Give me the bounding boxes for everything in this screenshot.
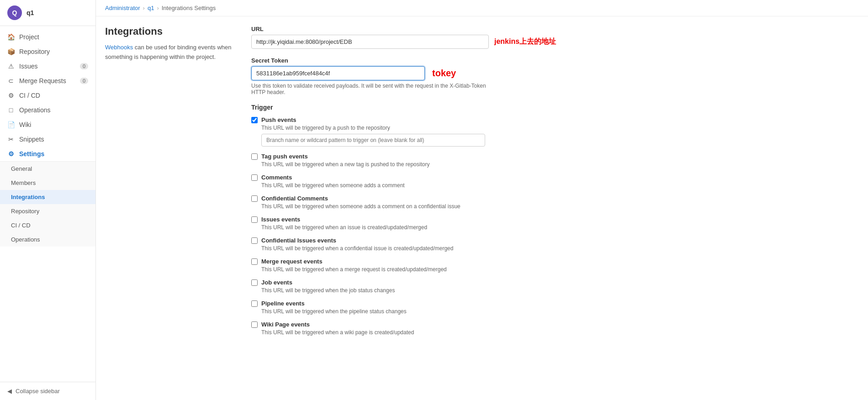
url-row: jenkins上去的地址 bbox=[251, 35, 859, 49]
breadcrumb-current: Integrations Settings bbox=[162, 5, 216, 11]
sidebar-subnav-item-ci-cd[interactable]: CI / CD bbox=[0, 218, 95, 232]
project-icon: 🏠 bbox=[7, 33, 15, 41]
subnav-label-operations: Operations bbox=[11, 236, 40, 243]
trigger-title-pipeline_events: Pipeline events bbox=[261, 300, 305, 307]
trigger-checkbox-confidential_issues_events[interactable] bbox=[251, 237, 258, 244]
trigger-row-push_events: Push events bbox=[251, 116, 859, 123]
secret-token-input[interactable] bbox=[251, 66, 425, 80]
trigger-title-push_events: Push events bbox=[261, 116, 296, 123]
sidebar-subnav-item-repository[interactable]: Repository bbox=[0, 204, 95, 218]
sidebar-item-label: Snippets bbox=[19, 136, 44, 143]
sidebar-item-operations[interactable]: □ Operations bbox=[0, 103, 95, 117]
project-name: q1 bbox=[26, 9, 34, 16]
trigger-item-confidential_issues_events: Confidential Issues events This URL will… bbox=[251, 237, 859, 252]
trigger-desc-merge_request_events: This URL will be triggered when a merge … bbox=[261, 266, 859, 273]
breadcrumb-admin[interactable]: Administrator bbox=[105, 5, 140, 11]
sidebar-item-settings[interactable]: ⚙ Settings bbox=[0, 147, 95, 161]
trigger-item-merge_request_events: Merge request events This URL will be tr… bbox=[251, 258, 859, 273]
sidebar-item-snippets[interactable]: ✂ Snippets bbox=[0, 132, 95, 147]
collapse-sidebar-button[interactable]: ◀ Collapse sidebar bbox=[0, 382, 95, 400]
trigger-checkbox-issues_events[interactable] bbox=[251, 216, 258, 223]
trigger-title-merge_request_events: Merge request events bbox=[261, 258, 323, 265]
trigger-title-tag_push_events: Tag push events bbox=[261, 153, 308, 160]
trigger-desc-push_events: This URL will be triggered by a push to … bbox=[261, 125, 859, 131]
sidebar-subnav-item-members[interactable]: Members bbox=[0, 176, 95, 190]
trigger-checkbox-push_events[interactable] bbox=[251, 117, 258, 123]
trigger-item-issues_events: Issues events This URL will be triggered… bbox=[251, 216, 859, 231]
sidebar-item-label: Operations bbox=[19, 106, 50, 114]
url-group: URL jenkins上去的地址 bbox=[251, 26, 859, 49]
trigger-checkbox-confidential_comments[interactable] bbox=[251, 195, 258, 202]
sidebar-item-repository[interactable]: 📦 Repository bbox=[0, 44, 95, 59]
trigger-title-wiki_page_events: Wiki Page events bbox=[261, 321, 310, 328]
url-input[interactable] bbox=[251, 35, 489, 49]
avatar: Q bbox=[7, 5, 22, 20]
triggers-list: Push events This URL will be triggered b… bbox=[251, 116, 859, 336]
subnav-label-members: Members bbox=[11, 179, 36, 186]
breadcrumb-project[interactable]: q1 bbox=[148, 5, 154, 11]
trigger-checkbox-merge_request_events[interactable] bbox=[251, 258, 258, 265]
trigger-item-push_events: Push events This URL will be triggered b… bbox=[251, 116, 859, 147]
trigger-checkbox-tag_push_events[interactable] bbox=[251, 153, 258, 160]
trigger-row-comments: Comments bbox=[251, 174, 859, 181]
chevron-left-icon: ◀ bbox=[7, 388, 12, 395]
trigger-item-wiki_page_events: Wiki Page events This URL will be trigge… bbox=[251, 321, 859, 336]
trigger-desc-job_events: This URL will be triggered when the job … bbox=[261, 287, 859, 294]
sidebar-subnav-item-integrations[interactable]: Integrations bbox=[0, 190, 95, 204]
sidebar-item-issues[interactable]: ⚠ Issues 0 bbox=[0, 59, 95, 74]
trigger-title-job_events: Job events bbox=[261, 279, 292, 286]
branch-input[interactable] bbox=[261, 134, 485, 147]
trigger-item-job_events: Job events This URL will be triggered wh… bbox=[251, 279, 859, 294]
operations-icon: □ bbox=[7, 106, 15, 114]
webhooks-link[interactable]: Webhooks bbox=[105, 44, 133, 51]
sidebar-item-wiki[interactable]: 📄 Wiki bbox=[0, 117, 95, 132]
trigger-title-confidential_comments: Confidential Comments bbox=[261, 195, 328, 202]
trigger-label: Trigger bbox=[251, 104, 859, 111]
wiki-icon: 📄 bbox=[7, 121, 15, 128]
sidebar-item-merge-requests[interactable]: ⊂ Merge Requests 0 bbox=[0, 74, 95, 88]
url-label: URL bbox=[251, 26, 859, 32]
trigger-title-issues_events: Issues events bbox=[261, 216, 300, 223]
trigger-desc-tag_push_events: This URL will be triggered when a new ta… bbox=[261, 161, 859, 168]
sidebar-subnav-item-operations[interactable]: Operations bbox=[0, 232, 95, 247]
breadcrumb: Administrator › q1 › Integrations Settin… bbox=[96, 0, 868, 16]
trigger-checkbox-comments[interactable] bbox=[251, 174, 258, 181]
sidebar-item-label: CI / CD bbox=[19, 92, 40, 99]
merge-requests-icon: ⊂ bbox=[7, 77, 15, 84]
sidebar-item-label: Settings bbox=[19, 150, 44, 158]
sidebar-item-label: Repository bbox=[19, 48, 50, 55]
sidebar-item-label: Merge Requests bbox=[19, 77, 66, 84]
breadcrumb-sep-1: › bbox=[143, 5, 145, 11]
badge-issues: 0 bbox=[80, 63, 88, 69]
trigger-desc-confidential_issues_events: This URL will be triggered when a confid… bbox=[261, 245, 859, 252]
sidebar-item-label: Project bbox=[19, 33, 39, 41]
ci-cd-icon: ⚙ bbox=[7, 92, 15, 99]
sidebar-item-ci-cd[interactable]: ⚙ CI / CD bbox=[0, 88, 95, 103]
trigger-desc-pipeline_events: This URL will be triggered when the pipe… bbox=[261, 308, 859, 315]
trigger-row-wiki_page_events: Wiki Page events bbox=[251, 321, 859, 328]
trigger-row-confidential_comments: Confidential Comments bbox=[251, 195, 859, 202]
token-hint: Use this token to validate received payl… bbox=[251, 83, 489, 95]
badge-merge-requests: 0 bbox=[80, 78, 88, 84]
trigger-checkbox-pipeline_events[interactable] bbox=[251, 300, 258, 307]
secret-token-label: Secret Token bbox=[251, 57, 859, 64]
trigger-row-job_events: Job events bbox=[251, 279, 859, 286]
right-panel: URL jenkins上去的地址 Secret Token tokey Use … bbox=[251, 26, 859, 344]
trigger-title-comments: Comments bbox=[261, 174, 292, 181]
subnav-label-repository: Repository bbox=[11, 208, 39, 215]
trigger-row-tag_push_events: Tag push events bbox=[251, 153, 859, 160]
issues-icon: ⚠ bbox=[7, 63, 15, 70]
trigger-title-confidential_issues_events: Confidential Issues events bbox=[261, 237, 336, 244]
trigger-item-comments: Comments This URL will be triggered when… bbox=[251, 174, 859, 189]
trigger-checkbox-wiki_page_events[interactable] bbox=[251, 321, 258, 328]
trigger-item-confidential_comments: Confidential Comments This URL will be t… bbox=[251, 195, 859, 210]
sidebar-subnav-item-general[interactable]: General bbox=[0, 162, 95, 176]
trigger-item-tag_push_events: Tag push events This URL will be trigger… bbox=[251, 153, 859, 168]
content-area: Integrations Webhooks can be used for bi… bbox=[96, 16, 868, 353]
sidebar-item-project[interactable]: 🏠 Project bbox=[0, 30, 95, 44]
trigger-row-confidential_issues_events: Confidential Issues events bbox=[251, 237, 859, 244]
page-description: Webhooks can be used for binding events … bbox=[105, 43, 233, 62]
trigger-checkbox-job_events[interactable] bbox=[251, 279, 258, 286]
collapse-label: Collapse sidebar bbox=[16, 388, 60, 395]
repository-icon: 📦 bbox=[7, 48, 15, 55]
